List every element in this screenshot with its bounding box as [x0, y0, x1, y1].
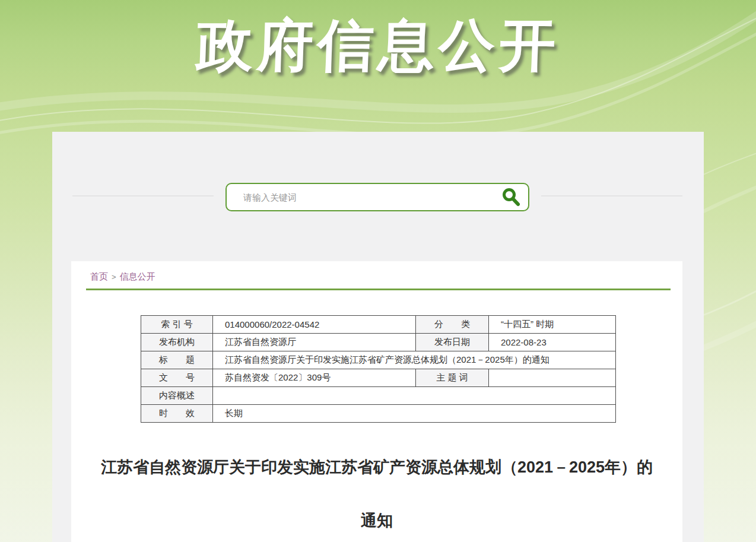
- doc-number-value: 苏自然资发〔2022〕309号: [213, 369, 416, 387]
- validity-value: 长期: [213, 405, 616, 423]
- search-box: [225, 183, 529, 211]
- article-panel: 首页>信息公开 索 引 号 014000060/2022-04542 分 类 “…: [71, 261, 682, 542]
- search-flank-line-right: [541, 195, 682, 196]
- table-row: 文 号 苏自然资发〔2022〕309号 主 题 词: [141, 369, 616, 387]
- search-icon: [501, 187, 521, 207]
- table-row: 索 引 号 014000060/2022-04542 分 类 “十四五” 时期: [141, 316, 616, 334]
- agency-value: 江苏省自然资源厅: [213, 334, 416, 351]
- summary-label: 内容概述: [141, 387, 213, 405]
- doc-number-label: 文 号: [141, 369, 213, 387]
- article-title-line2: 通知: [92, 494, 662, 542]
- subject-words-label: 主 题 词: [416, 369, 489, 387]
- article-title: 江苏省自然资源厅关于印发实施江苏省矿产资源总体规划（2021－2025年）的 通…: [92, 440, 662, 542]
- document-meta-table: 索 引 号 014000060/2022-04542 分 类 “十四五” 时期 …: [141, 315, 616, 423]
- validity-label: 时 效: [141, 405, 213, 423]
- search-input[interactable]: [227, 184, 494, 210]
- breadcrumb-link-info-disclosure[interactable]: 信息公开: [120, 271, 155, 281]
- subject-words-value: [489, 369, 616, 387]
- breadcrumb-separator: >: [112, 272, 116, 281]
- page-banner-title: 政府信息公开: [0, 8, 756, 84]
- table-row: 标 题 江苏省自然资源厅关于印发实施江苏省矿产资源总体规划（2021－2025年…: [141, 351, 616, 369]
- search-button[interactable]: [494, 184, 528, 210]
- table-row: 内容概述: [141, 387, 616, 405]
- doc-title-value: 江苏省自然资源厅关于印发实施江苏省矿产资源总体规划（2021－2025年）的通知: [213, 351, 616, 369]
- index-number-value: 014000060/2022-04542: [213, 316, 416, 334]
- breadcrumb: 首页>信息公开: [90, 271, 155, 283]
- category-value: “十四五” 时期: [489, 316, 616, 334]
- breadcrumb-link-home[interactable]: 首页: [90, 271, 108, 281]
- article-title-line1: 江苏省自然资源厅关于印发实施江苏省矿产资源总体规划（2021－2025年）的: [92, 440, 662, 494]
- summary-value: [213, 387, 616, 405]
- index-number-label: 索 引 号: [141, 316, 213, 334]
- publish-date-label: 发布日期: [416, 334, 489, 351]
- agency-label: 发布机构: [141, 334, 213, 351]
- search-flank-line-left: [72, 195, 214, 196]
- category-label: 分 类: [416, 316, 489, 334]
- breadcrumb-divider: [86, 289, 671, 290]
- publish-date-value: 2022-08-23: [489, 334, 616, 351]
- table-row: 时 效 长期: [141, 405, 616, 423]
- table-row: 发布机构 江苏省自然资源厅 发布日期 2022-08-23: [141, 334, 616, 351]
- doc-title-label: 标 题: [141, 351, 213, 369]
